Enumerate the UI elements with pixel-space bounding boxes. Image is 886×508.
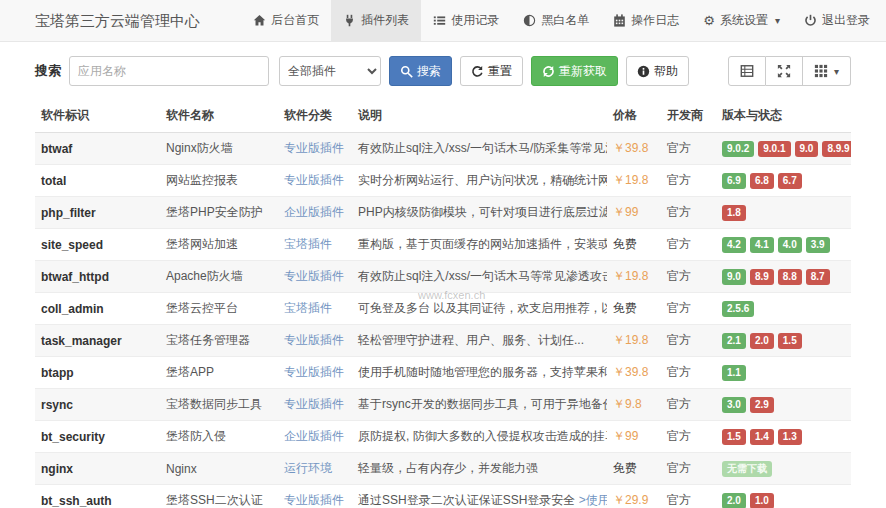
nav-item-settings[interactable]: ⚙系统设置▾ [691, 0, 792, 41]
plugin-category-link[interactable]: 运行环境 [284, 461, 332, 475]
list-icon [433, 14, 446, 27]
nav-item-label: 操作日志 [631, 12, 679, 29]
version-badge[interactable]: 9.0 [722, 269, 746, 285]
plugin-category-link[interactable]: 专业版插件 [284, 333, 344, 347]
version-badge[interactable]: 无需下载 [722, 461, 772, 477]
columns-button[interactable]: ▾ [803, 56, 851, 86]
version-badge[interactable]: 8.7 [806, 269, 830, 285]
plugin-name: 堡塔APP [160, 357, 278, 389]
version-badge[interactable]: 6.8 [750, 173, 774, 189]
plugin-description: 使用手机随时随地管理您的服务器，支持苹果和安卓 >相... [352, 357, 607, 389]
plugin-name: 堡塔网站加速 [160, 229, 278, 261]
version-badge[interactable]: 3.9 [806, 237, 830, 253]
nav-item-label: 退出登录 [822, 12, 870, 29]
plugin-versions: 1.1 [716, 357, 851, 389]
table-row: btwaf_httpdApache防火墙专业版插件有效防止sql注入/xss/一… [35, 261, 851, 293]
plugin-category-link[interactable]: 宝塔插件 [284, 301, 332, 315]
reset-button[interactable]: 重置 [460, 56, 523, 86]
table-row: btapp堡塔APP专业版插件使用手机随时随地管理您的服务器，支持苹果和安卓 >… [35, 357, 851, 389]
version-badge[interactable]: 4.2 [722, 237, 746, 253]
plugin-description: 轻松管理守护进程、用户、服务、计划任... [352, 325, 607, 357]
nav-item-plugin-list[interactable]: 插件列表 [331, 0, 421, 41]
caret-down-icon: ▾ [775, 15, 780, 26]
version-badge[interactable]: 8.9 [750, 269, 774, 285]
plugin-name: 宝塔任务管理器 [160, 325, 278, 357]
nav-item-usage-log[interactable]: 使用记录 [421, 0, 511, 41]
plugin-category-link[interactable]: 专业版插件 [284, 269, 344, 283]
table-row: btwafNginx防火墙专业版插件有效防止sql注入/xss/一句话木马/防采… [35, 133, 851, 165]
plugin-versions: 3.02.9 [716, 389, 851, 421]
plugin-table: 软件标识软件名称软件分类说明价格开发商版本与状态 btwafNginx防火墙专业… [35, 98, 851, 508]
plugin-id: site_speed [35, 229, 160, 261]
plug-icon [343, 14, 356, 27]
version-badge[interactable]: 1.0 [750, 493, 774, 508]
nav-item-logout[interactable]: 退出登录 [792, 0, 882, 41]
caret-down-icon: ▾ [834, 66, 839, 77]
plugin-category-link[interactable]: 专业版插件 [284, 173, 344, 187]
nav-item-operation-log[interactable]: 操作日志 [601, 0, 691, 41]
plugin-developer: 官方 [661, 293, 716, 325]
plugin-category-link[interactable]: 企业版插件 [284, 429, 344, 443]
version-badge[interactable]: 2.5.6 [722, 301, 754, 317]
help-button[interactable]: 帮助 [626, 56, 689, 86]
plugin-developer: 官方 [661, 357, 716, 389]
plugin-description: PHP内核级防御模块，可针对项目进行底层过滤，彻底杜... [352, 197, 607, 229]
refetch-icon [542, 65, 555, 78]
version-badge[interactable]: 9.0 [795, 141, 819, 157]
version-badge[interactable]: 1.4 [750, 429, 774, 445]
version-badge[interactable]: 1.8 [722, 205, 746, 221]
version-badge[interactable]: 6.9 [722, 173, 746, 189]
plugin-category-link[interactable]: 宝塔插件 [284, 237, 332, 251]
nav-item-label: 插件列表 [361, 12, 409, 29]
version-badge[interactable]: 9.0.2 [722, 141, 754, 157]
version-badge[interactable]: 4.0 [778, 237, 802, 253]
search-button[interactable]: 搜索 [389, 56, 452, 86]
version-badge[interactable]: 1.3 [778, 429, 802, 445]
column-header: 开发商 [661, 98, 716, 133]
version-badge[interactable]: 9.0.1 [758, 141, 790, 157]
plugin-description: 通过SSH登录二次认证保证SSH登录安全 >使用教程 [352, 485, 607, 508]
plugin-price: ￥99 [607, 197, 661, 229]
version-badge[interactable]: 1.1 [722, 365, 746, 381]
plugin-category-link[interactable]: 企业版插件 [284, 205, 344, 219]
fullscreen-button[interactable] [766, 56, 803, 86]
search-button-label: 搜索 [417, 63, 441, 80]
plugin-description: 实时分析网站运行、用户访问状况，精确统计网站流量、I... [352, 165, 607, 197]
plugin-name: 堡塔云控平台 [160, 293, 278, 325]
plugin-versions: 6.96.86.7 [716, 165, 851, 197]
plugin-category-link[interactable]: 专业版插件 [284, 397, 344, 411]
plugin-description: 有效防止sql注入/xss/一句话木马等常见渗透攻击,当前仅... [352, 261, 607, 293]
description-link[interactable]: >使用教程 [579, 493, 607, 507]
calendar-icon [613, 14, 626, 27]
plugin-category-link[interactable]: 专业版插件 [284, 141, 344, 155]
version-badge[interactable]: 3.0 [722, 397, 746, 413]
table-view-button[interactable] [728, 56, 766, 86]
plugin-versions: 1.8 [716, 197, 851, 229]
table-row: rsync宝塔数据同步工具专业版插件基于rsync开发的数据同步工具，可用于异地… [35, 389, 851, 421]
plugin-description: 基于rsync开发的数据同步工具，可用于异地备份、多台主... [352, 389, 607, 421]
version-badge[interactable]: 2.1 [722, 333, 746, 349]
toolbar: 搜索 全部插件 搜索 重置 重新获取 帮助 ▾ [35, 56, 851, 86]
version-badge[interactable]: 1.5 [778, 333, 802, 349]
nav-item-blacklist[interactable]: 黑白名单 [511, 0, 601, 41]
top-navbar: 宝塔第三方云端管理中心 后台首页插件列表使用记录黑白名单操作日志⚙系统设置▾退出… [0, 0, 886, 42]
version-badge[interactable]: 2.9 [750, 397, 774, 413]
refetch-button[interactable]: 重新获取 [531, 56, 618, 86]
version-badge[interactable]: 8.8 [778, 269, 802, 285]
column-header: 软件名称 [160, 98, 278, 133]
version-badge[interactable]: 4.1 [750, 237, 774, 253]
table-row: site_speed堡塔网站加速宝塔插件重构版，基于页面缓存的网站加速插件，安装… [35, 229, 851, 261]
version-badge[interactable]: 1.5 [722, 429, 746, 445]
plugin-filter-select[interactable]: 全部插件 [279, 56, 381, 86]
gear-icon: ⚙ [703, 14, 715, 27]
plugin-developer: 官方 [661, 165, 716, 197]
search-input[interactable] [69, 56, 269, 86]
version-badge[interactable]: 6.7 [778, 173, 802, 189]
plugin-category-link[interactable]: 专业版插件 [284, 365, 344, 379]
nav-item-home[interactable]: 后台首页 [241, 0, 331, 41]
version-badge[interactable]: 2.0 [722, 493, 746, 508]
version-badge[interactable]: 8.9.9 [822, 141, 851, 157]
version-badge[interactable]: 2.0 [750, 333, 774, 349]
plugin-price: 免费 [607, 293, 661, 325]
plugin-category-link[interactable]: 专业版插件 [284, 493, 344, 507]
